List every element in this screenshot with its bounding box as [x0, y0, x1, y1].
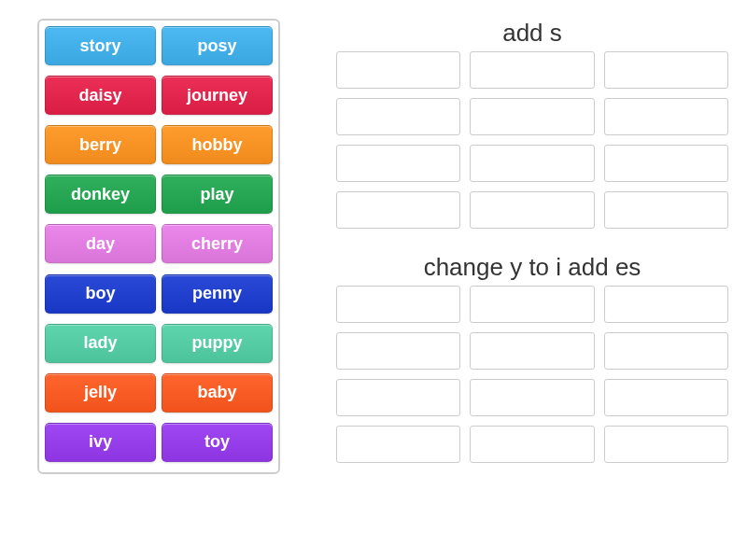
word-tile[interactable]: berry [45, 125, 156, 164]
word-tile[interactable]: boy [45, 274, 156, 314]
word-tile[interactable]: donkey [45, 175, 156, 214]
drop-slot[interactable] [604, 286, 728, 323]
word-tile[interactable]: day [45, 224, 156, 263]
drop-slot[interactable] [336, 286, 460, 323]
drop-slot[interactable] [470, 286, 594, 323]
drop-slot[interactable] [604, 191, 728, 229]
drop-slot[interactable] [336, 379, 460, 416]
word-tile[interactable]: daisy [45, 76, 156, 115]
drop-slot[interactable] [470, 191, 594, 229]
word-panel: storyposydaisyjourneyberryhobbydonkeypla… [37, 19, 280, 474]
drop-slot[interactable] [470, 379, 594, 416]
word-tile[interactable]: lady [45, 324, 156, 363]
drop-slot[interactable] [336, 426, 460, 463]
group-title: change y to i add es [336, 253, 728, 282]
drop-slot[interactable] [470, 51, 594, 89]
drop-slot[interactable] [604, 51, 728, 89]
drop-zones-panel: add schange y to i add es [336, 19, 728, 474]
word-tile[interactable]: ivy [45, 423, 156, 462]
word-tile[interactable]: posy [162, 26, 273, 65]
drop-slot[interactable] [336, 51, 460, 89]
word-tile[interactable]: cherry [162, 224, 273, 263]
drop-slot[interactable] [470, 145, 594, 182]
word-tile[interactable]: play [162, 175, 273, 214]
drop-slot[interactable] [604, 379, 728, 416]
drop-slot[interactable] [604, 98, 728, 135]
drop-slot[interactable] [336, 191, 460, 229]
word-tile[interactable]: puppy [162, 324, 273, 363]
drop-slot[interactable] [604, 426, 728, 463]
drop-slot[interactable] [336, 98, 460, 135]
sort-group: change y to i add es [336, 253, 728, 463]
word-tile[interactable]: penny [162, 274, 273, 314]
drop-slot[interactable] [470, 426, 594, 463]
word-tile[interactable]: toy [162, 423, 273, 462]
drop-slot[interactable] [470, 98, 594, 135]
drop-slot[interactable] [604, 332, 728, 370]
game-container: storyposydaisyjourneyberryhobbydonkeypla… [0, 0, 747, 493]
sort-group: add s [336, 19, 728, 229]
group-title: add s [336, 19, 728, 48]
word-tile[interactable]: jelly [45, 373, 156, 413]
word-tile[interactable]: journey [162, 76, 273, 115]
word-tile[interactable]: hobby [162, 125, 273, 164]
drop-slot[interactable] [470, 332, 594, 370]
drop-slot[interactable] [336, 332, 460, 370]
drop-slot[interactable] [604, 145, 728, 182]
slot-grid [336, 286, 728, 463]
drop-slot[interactable] [336, 145, 460, 182]
word-tile[interactable]: story [45, 26, 156, 65]
slot-grid [336, 51, 728, 229]
word-tile[interactable]: baby [162, 373, 273, 413]
